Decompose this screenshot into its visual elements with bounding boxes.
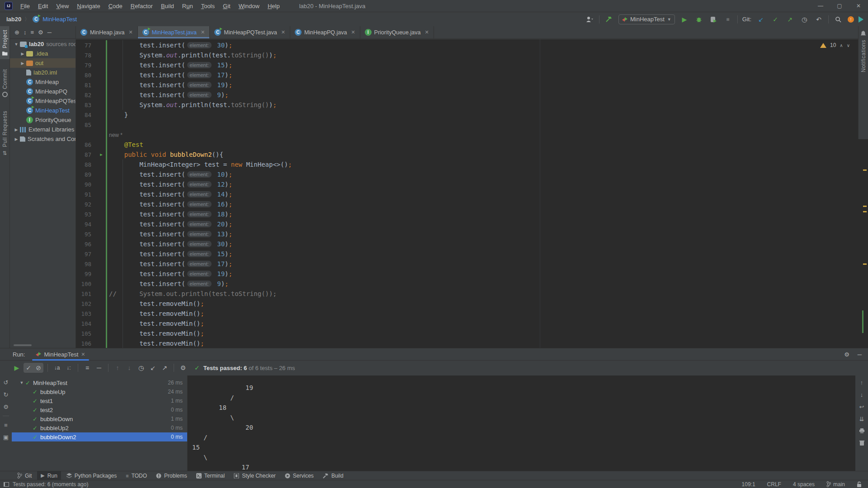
tool-window-button-python-packages[interactable]: Python Packages [63,471,120,480]
print-icon[interactable] [859,428,865,435]
run-configuration-select[interactable]: MinHeapTest ▼ [618,14,675,24]
run-settings-gear-icon[interactable]: ⚙ [844,351,849,358]
collapse-all-button[interactable]: ≡ [30,29,34,36]
code-editor[interactable]: 77 test.insert(element: 30);78 System.ou… [76,39,868,348]
line-number[interactable]: 86 [76,141,97,148]
line-number[interactable]: 100 [76,281,97,287]
tree-item-minheappq[interactable]: CMinHeapPQ [10,87,75,96]
soft-wrap-icon[interactable]: ↩ [859,404,864,410]
line-number[interactable]: 98 [76,261,97,267]
test-settings-wrench-icon[interactable]: ⚙ [3,404,9,410]
breadcrumb-class[interactable]: MinHeapTest [42,16,77,23]
project-settings-gear-icon[interactable]: ⚙ [38,29,43,36]
search-everywhere-icon[interactable] [833,14,843,24]
line-number[interactable]: 103 [76,310,97,317]
chevron-right-icon[interactable]: ▶ [13,137,20,141]
tree-item-external-libraries[interactable]: ▶External Libraries [10,125,75,134]
tool-window-layout-icon[interactable] [4,482,9,487]
app-logo-icon[interactable]: IJ [5,2,13,10]
line-number[interactable]: 79 [76,62,97,69]
stop-process-icon[interactable]: ■ [4,422,8,428]
menu-refactor[interactable]: Refactor [127,0,157,12]
test-options-gear-icon[interactable]: ⚙ [178,363,188,373]
collapse-all-button[interactable]: ─ [94,363,104,373]
test-row-bubbleup[interactable]: ✓bubbleUp24 ms [12,387,187,396]
chevron-right-icon[interactable]: ▶ [13,127,20,132]
test-row-bubbledown2[interactable]: ✓bubbleDown20 ms [12,432,187,441]
tool-window-button-git[interactable]: Git [14,471,35,480]
horizontal-scrollbar[interactable] [14,344,32,346]
hide-run-panel-icon[interactable]: ─ [858,351,862,358]
tree-item--idea[interactable]: ▶.idea [10,49,75,58]
test-row-test2[interactable]: ✓test20 ms [12,405,187,414]
test-row-bubbleup2[interactable]: ✓bubbleUp20 ms [12,423,187,432]
history-clock-icon[interactable]: ◷ [799,14,809,24]
chevron-right-icon[interactable]: ▶ [19,52,26,56]
sort-by-duration-button[interactable]: ↓: [64,363,74,373]
tree-item-minheaptest[interactable]: CMinHeapTest [10,106,75,115]
line-number[interactable]: 84 [76,112,97,118]
maximize-button[interactable]: ▢ [830,0,849,12]
hide-panel-button[interactable]: ─ [47,29,52,36]
status-message[interactable]: Tests passed: 6 (moments ago) [13,481,88,488]
rollback-button[interactable]: ↶ [814,14,824,24]
tool-window-button-style-checker[interactable]: Style Checker [230,471,279,480]
tab-priorityqueue-java[interactable]: IPriorityQueue.java✕ [360,26,434,38]
expand-all-button[interactable]: ↕ [24,29,27,36]
close-button[interactable]: ✕ [849,0,868,12]
line-ending[interactable]: CRLF [767,481,781,488]
close-tab-icon[interactable]: ✕ [201,29,205,35]
minimize-button[interactable]: — [811,0,830,12]
line-number[interactable]: 90 [76,181,97,188]
chevron-right-icon[interactable]: ▶ [19,61,26,66]
debug-button[interactable] [694,14,704,24]
tab-minheap-java[interactable]: CMinHeap.java✕ [76,26,138,38]
tool-window-button-services[interactable]: Services [281,471,317,480]
line-number[interactable]: 99 [76,271,97,277]
line-number[interactable]: 94 [76,221,97,228]
coverage-button[interactable] [708,14,718,24]
menu-window[interactable]: Window [235,0,264,12]
menu-git[interactable]: Git [219,0,235,12]
tab-minheaptest-java[interactable]: CMinHeapTest.java✕ [138,26,210,38]
menu-help[interactable]: Help [264,0,284,12]
clear-console-trash-icon[interactable] [859,440,864,447]
tree-item-minheappqtest[interactable]: CMinHeapPQTest [10,96,75,106]
caret-position[interactable]: 109:1 [742,481,755,488]
line-number[interactable]: 105 [76,330,97,337]
git-update-button[interactable]: ↙ [756,14,766,24]
chevron-down-icon[interactable]: ▼ [13,42,20,47]
tree-item-lab20[interactable]: ▼lab20sources root [10,39,75,49]
breadcrumb-project[interactable]: lab20 [6,16,21,23]
tool-window-button-todo[interactable]: ≡TODO [122,471,151,480]
lock-icon[interactable] [857,481,862,487]
menu-file[interactable]: File [16,0,34,12]
menu-edit[interactable]: Edit [34,0,52,12]
sidebar-item-commit[interactable]: Commit [0,66,9,101]
show-passed-toggle[interactable]: ✓ [24,363,33,373]
line-number[interactable]: 97 [76,251,97,258]
menu-build[interactable]: Build [157,0,178,12]
close-tab-icon[interactable]: ✕ [425,29,429,35]
line-number[interactable]: 95 [76,231,97,238]
chevron-down-icon[interactable]: ▼ [18,380,25,385]
menu-run[interactable]: Run [178,0,197,12]
tree-item-priorityqueue[interactable]: IPriorityQueue [10,115,75,125]
user-profile-icon[interactable] [585,14,594,24]
build-hammer-icon[interactable] [604,14,614,24]
line-number[interactable]: 93 [76,211,97,218]
prev-warning-icon[interactable]: ∧ [840,43,843,48]
line-number[interactable]: 96 [76,241,97,248]
sort-alphabetically-button[interactable]: ↓a [52,363,62,373]
test-row-test1[interactable]: ✓test11 ms [12,396,187,405]
line-number[interactable]: 83 [76,102,97,108]
scroll-to-end-icon[interactable]: ⇊ [859,416,864,422]
line-number[interactable]: 88 [76,161,97,168]
next-occurrence-button[interactable]: ↓ [124,363,134,373]
rerun-failed-tests-icon[interactable]: ↺ [4,379,9,386]
line-number[interactable]: 106 [76,340,97,347]
thread-dump-camera-icon[interactable]: ▣ [3,434,9,441]
close-run-tab-icon[interactable]: ✕ [81,352,85,357]
tool-window-button-problems[interactable]: Problems [152,471,191,480]
line-number[interactable]: 101 [76,291,97,297]
